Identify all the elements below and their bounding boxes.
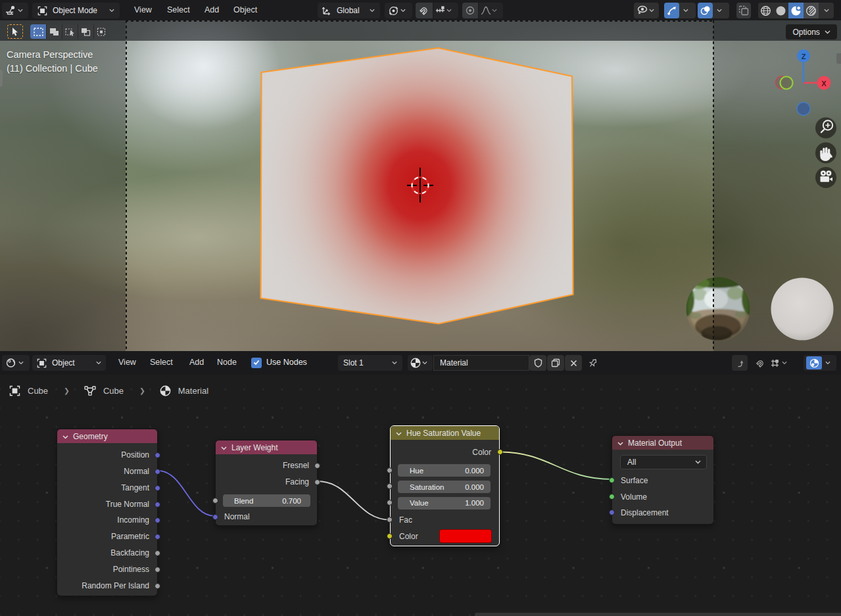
- svg-text:Z: Z: [802, 53, 806, 60]
- svg-text:X: X: [821, 80, 827, 87]
